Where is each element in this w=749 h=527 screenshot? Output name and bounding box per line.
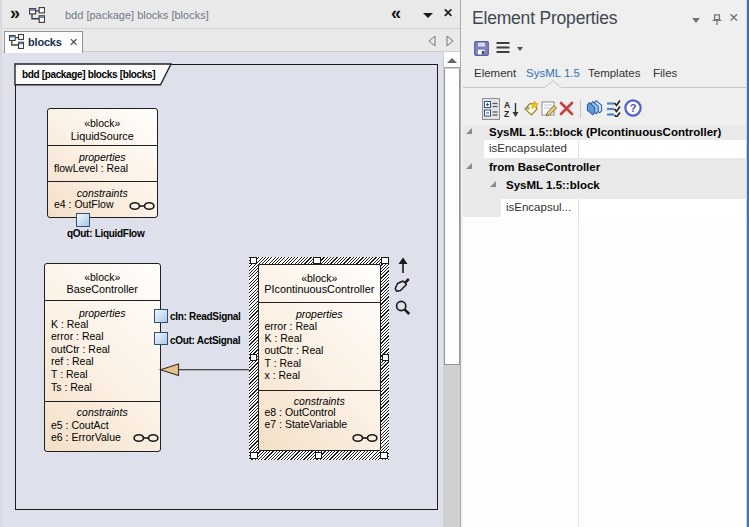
svg-text:?: ? [630, 102, 637, 114]
svg-text:Z: Z [504, 109, 509, 118]
